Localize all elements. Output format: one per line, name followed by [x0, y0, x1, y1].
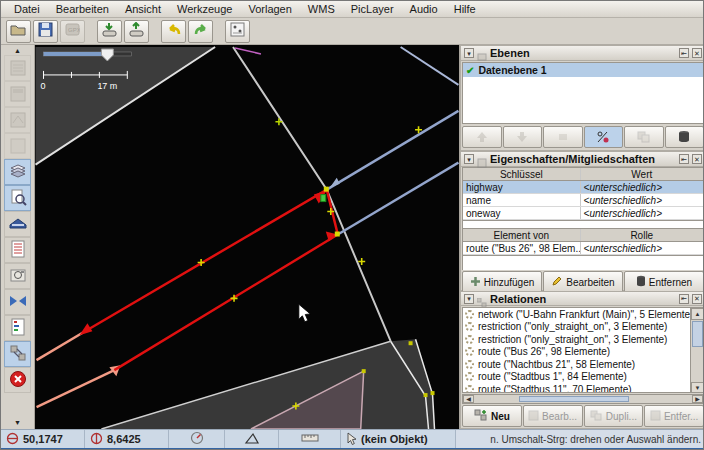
relation-item[interactable]: restriction ("only_straight_on", 3 Eleme… — [463, 333, 703, 346]
dialog-toggle-4 — [4, 133, 31, 159]
scroll-up-icon[interactable]: ▲ — [691, 308, 704, 320]
upload-button[interactable] — [124, 20, 149, 43]
relation-icon — [9, 344, 27, 365]
layers-toggle[interactable] — [4, 159, 31, 185]
relations-toggle[interactable] — [4, 341, 31, 367]
layer-item[interactable]: ✔ Datenebene 1 — [463, 63, 703, 77]
download-button[interactable] — [97, 20, 122, 43]
angle-icon — [244, 432, 260, 447]
layer-delete-button[interactable] — [665, 126, 704, 148]
distance-field — [279, 430, 341, 448]
menu-wms[interactable]: WMS — [301, 2, 342, 16]
node[interactable] — [431, 391, 435, 395]
relation-icon — [465, 322, 474, 331]
bowtie-icon — [8, 294, 28, 311]
tag-row[interactable]: name <unterschiedlich> — [463, 194, 703, 207]
gpx-icon: GPX — [65, 22, 80, 40]
node[interactable] — [424, 393, 428, 397]
layer-visible-icon[interactable]: ✔ — [466, 65, 474, 76]
menu-hilfe[interactable]: Hilfe — [447, 2, 483, 16]
relation-item[interactable]: route ("Nachtbus 21", 58 Elemente) — [463, 358, 703, 371]
save-button[interactable] — [33, 20, 58, 43]
relation-item[interactable]: route ("Bus 26", 98 Elemente) — [463, 346, 703, 359]
relation-label: network ("U-Bahn Frankfurt (Main)", 5 El… — [478, 309, 694, 320]
node[interactable] — [335, 232, 340, 237]
membership-row[interactable]: route ("Bus 26", 98 Elem... <unterschied… — [463, 242, 703, 255]
relation-item[interactable]: restriction ("only_straight_on", 3 Eleme… — [463, 321, 703, 334]
search-toggle[interactable] — [4, 185, 31, 211]
collapse-icon[interactable]: ▾ — [464, 154, 474, 164]
role-header: Rolle — [581, 229, 703, 241]
preferences-button[interactable] — [225, 20, 250, 43]
open-button[interactable] — [6, 20, 31, 43]
sticky-icon[interactable]: ⇤ — [679, 48, 689, 58]
layer-opacity-button[interactable] — [584, 126, 624, 148]
way-salmon-lower — [37, 370, 115, 407]
menu-bearbeiten[interactable]: Bearbeiten — [49, 2, 116, 16]
scroll-left-icon[interactable]: ◀ — [463, 395, 474, 403]
tag-row[interactable]: highway <unterschiedlich> — [463, 181, 703, 194]
tags-table-header: Schlüssel Wert — [463, 168, 703, 181]
close-icon[interactable]: ✕ — [692, 154, 702, 164]
heading-field — [169, 430, 225, 448]
node[interactable] — [362, 369, 366, 373]
relation-item[interactable]: route ("Stadtbus 1", 84 Elemente) — [463, 371, 703, 384]
scroll-right-icon[interactable]: ▶ — [692, 395, 703, 403]
node[interactable] — [409, 341, 413, 345]
selection-list-toggle[interactable] — [4, 237, 31, 263]
menu-ansicht[interactable]: Ansicht — [118, 2, 168, 16]
node[interactable] — [324, 187, 329, 192]
relations-list: network ("U-Bahn Frankfurt (Main)", 5 El… — [462, 307, 704, 393]
close-icon[interactable]: ✕ — [692, 294, 702, 304]
command-stack-toggle[interactable] — [4, 211, 31, 237]
sticky-icon[interactable]: ⇤ — [679, 294, 689, 304]
collapse-down-icon[interactable]: ▼ — [5, 418, 31, 427]
menu-vorlagen[interactable]: Vorlagen — [241, 2, 298, 16]
menu-piclayer[interactable]: PicLayer — [344, 2, 401, 16]
new-relation-button[interactable]: Neu — [462, 405, 522, 427]
duplicate-relation-label: Dupli... — [606, 411, 637, 422]
edit-tag-button[interactable]: Bearbeiten — [543, 271, 623, 293]
sticky-icon[interactable]: ⇤ — [679, 154, 689, 164]
key-header: Schlüssel — [463, 168, 581, 180]
remove-tag-button[interactable]: Entfernen — [624, 271, 704, 293]
way-selected-red — [83, 190, 337, 371]
collapse-up-icon[interactable]: ▲ — [5, 46, 31, 55]
menu-audio[interactable]: Audio — [403, 2, 445, 16]
remove-relation-label: Entfer... — [664, 411, 698, 422]
scrollbar-thumb[interactable] — [519, 396, 629, 402]
tag-row[interactable]: oneway <unterschiedlich> — [463, 207, 703, 220]
node-green[interactable] — [321, 195, 326, 202]
relations-horizontal-scrollbar[interactable]: ◀ ▶ — [462, 394, 704, 404]
layers-list: ✔ Datenebene 1 — [462, 62, 704, 124]
add-tag-button[interactable]: Hinzufügen — [462, 271, 542, 293]
remove-relation-button: Entfer... — [644, 405, 704, 427]
scrollbar-thumb[interactable] — [692, 321, 703, 347]
relation-label: restriction ("only_straight_on", 3 Eleme… — [478, 321, 667, 332]
mapstyle-toggle[interactable] — [4, 263, 31, 289]
conflict-toggle[interactable] — [4, 289, 31, 315]
relation-item[interactable]: route ("Stadtbus 11", 70 Elemente) — [463, 383, 703, 393]
layers-panel-icon — [477, 48, 487, 58]
redo-button[interactable] — [188, 20, 213, 43]
relation-icon — [465, 372, 474, 381]
area-bottom-right — [101, 339, 434, 429]
collapse-icon[interactable]: ▾ — [464, 48, 474, 58]
menu-datei[interactable]: Datei — [7, 2, 47, 16]
close-icon[interactable]: ✕ — [692, 48, 702, 58]
layers-icon — [8, 162, 28, 183]
collapse-icon[interactable]: ▾ — [464, 294, 474, 304]
relation-item[interactable]: network ("U-Bahn Frankfurt (Main)", 5 El… — [463, 308, 703, 321]
relation-label: route ("Stadtbus 1", 84 Elemente) — [478, 371, 627, 382]
josm-window: Datei Bearbeiten Ansicht Werkzeuge Vorla… — [0, 0, 704, 450]
scroll-down-icon[interactable]: ▼ — [691, 382, 704, 393]
menu-werkzeuge[interactable]: Werkzeuge — [170, 2, 239, 16]
validator-toggle[interactable] — [4, 367, 31, 393]
filter-toggle[interactable] — [4, 315, 31, 341]
relations-vertical-scrollbar[interactable]: ▲ ▼ — [690, 308, 703, 393]
relations-panel: ▾ Relationen ⇤ ✕ network ("U-Bahn Frankf… — [460, 291, 704, 429]
member-header: Element von — [463, 229, 581, 241]
map-canvas[interactable]: 0 17 m — [35, 45, 459, 429]
undo-button[interactable] — [161, 20, 186, 43]
tags-table: Schlüssel Wert highway <unterschiedlich>… — [462, 167, 704, 221]
